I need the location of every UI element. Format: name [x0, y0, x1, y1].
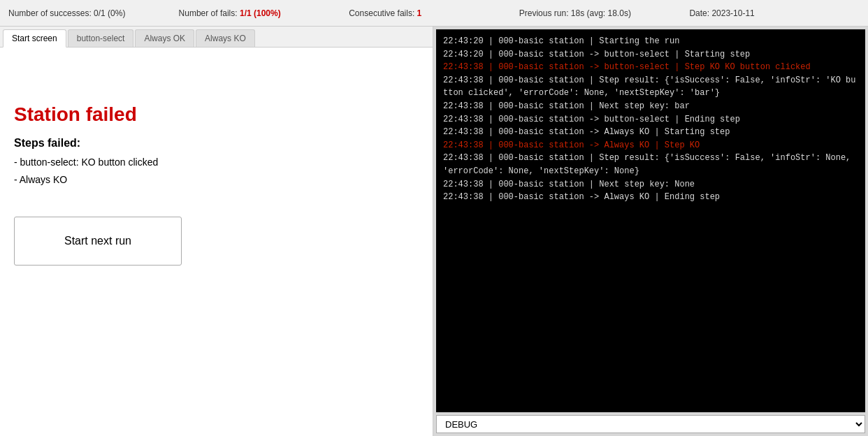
left-panel: Start screen button-select Always OK Alw… [0, 27, 433, 436]
log-level-select[interactable]: DEBUGINFOWARNINGERROR [436, 415, 865, 433]
tab-start-screen[interactable]: Start screen [3, 29, 66, 48]
previous-run-value: 18s (avg: 18.0s) [571, 8, 631, 18]
log-area[interactable]: 22:43:20 | 000-basic station | Starting … [436, 29, 865, 412]
date-value: 2023-10-11 [711, 8, 754, 18]
log-line: 22:43:38 | 000-basic station | Next step… [443, 178, 858, 191]
successes-label: Number of successes: [8, 8, 92, 18]
tab-always-ok[interactable]: Always OK [135, 29, 194, 47]
log-line: 22:43:38 | 000-basic station -> button-s… [443, 113, 858, 126]
log-line: 22:43:20 | 000-basic station | Starting … [443, 35, 858, 48]
log-line: 22:43:38 | 000-basic station | Step resu… [443, 152, 858, 177]
log-line: 22:43:38 | 000-basic station -> Always K… [443, 191, 858, 204]
main-content: Start screen button-select Always OK Alw… [0, 27, 868, 436]
date-label: Date: [689, 8, 709, 18]
steps-failed-title: Steps failed: [14, 137, 419, 150]
fails-value: 1/1 (100%) [240, 8, 281, 18]
fails-stat: Number of fails: 1/1 (100%) [179, 8, 349, 18]
successes-stat: Number of successes: 0/1 (0%) [8, 8, 179, 18]
consecutive-value: 1 [417, 8, 422, 18]
previous-run-label: Previous run: [519, 8, 569, 18]
step2: - Always KO [14, 171, 419, 189]
left-body: Station failed Steps failed: - button-se… [0, 48, 433, 436]
fails-label: Number of fails: [179, 8, 238, 18]
tab-button-select[interactable]: button-select [68, 29, 134, 47]
log-line: 22:43:38 | 000-basic station | Step resu… [443, 74, 858, 100]
date-stat: Date: 2023-10-11 [689, 8, 860, 18]
log-line: 22:43:20 | 000-basic station -> button-s… [443, 48, 858, 61]
log-line: 22:43:38 | 000-basic station -> Always K… [443, 126, 858, 139]
successes-value: 0/1 (0%) [94, 8, 125, 18]
start-next-run-button[interactable]: Start next run [14, 217, 182, 266]
step1: - button-select: KO button clicked [14, 154, 419, 171]
consecutive-stat: Consecutive fails: 1 [349, 8, 519, 18]
tab-always-ko[interactable]: Always KO [196, 29, 255, 47]
log-line: 22:43:38 | 000-basic station -> button-s… [443, 61, 858, 74]
log-controls: DEBUGINFOWARNINGERROR [436, 415, 865, 433]
previous-run-stat: Previous run: 18s (avg: 18.0s) [519, 8, 690, 18]
consecutive-label: Consecutive fails: [349, 8, 414, 18]
tabs: Start screen button-select Always OK Alw… [0, 27, 433, 48]
steps-failed-list: - button-select: KO button clicked - Alw… [14, 154, 419, 189]
log-line: 22:43:38 | 000-basic station -> Always K… [443, 139, 858, 152]
station-failed-title: Station failed [14, 103, 419, 126]
right-panel: 22:43:20 | 000-basic station | Starting … [433, 27, 868, 436]
log-line: 22:43:38 | 000-basic station | Next step… [443, 100, 858, 113]
stats-bar: Number of successes: 0/1 (0%) Number of … [0, 0, 868, 27]
